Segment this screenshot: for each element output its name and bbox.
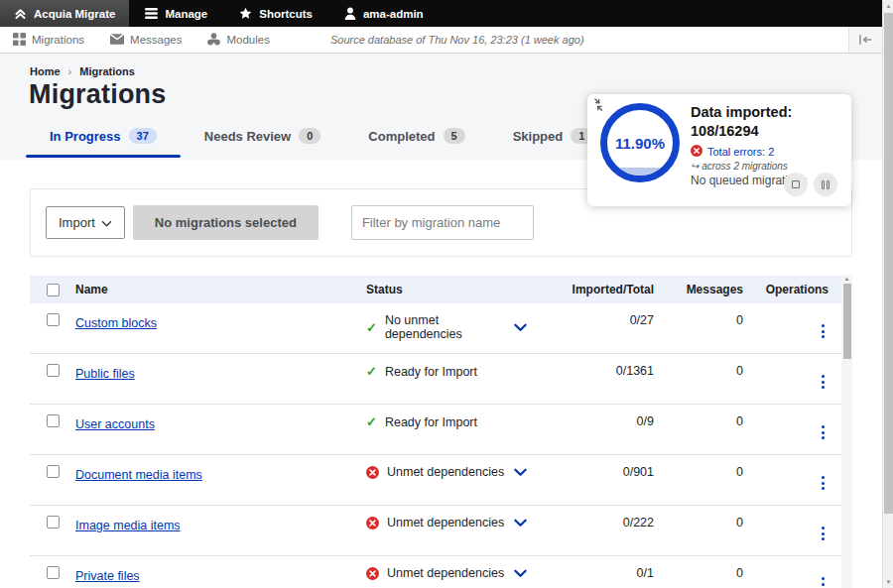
- table-row: Custom blocks✓No unmet dependencies0/270: [30, 303, 852, 354]
- table-scrollbar[interactable]: ▲: [841, 275, 852, 588]
- error-icon: [366, 466, 379, 479]
- double-chevron-up-icon: [14, 7, 27, 20]
- row-checkbox[interactable]: [47, 414, 60, 427]
- grid-icon: [13, 33, 26, 48]
- check-icon: ✓: [366, 320, 377, 335]
- imported-total-value: 0/27: [555, 313, 664, 327]
- breadcrumb-home-link[interactable]: Home: [30, 65, 61, 77]
- row-checkbox[interactable]: [47, 364, 60, 377]
- table-row: Public files✓Ready for Import0/13610: [30, 354, 852, 405]
- page-scrollbar[interactable]: ▲ ▼: [882, 0, 893, 588]
- tab-completed[interactable]: Completed5: [344, 116, 488, 158]
- table-body: Custom blocks✓No unmet dependencies0/270…: [30, 303, 852, 588]
- tab-label: Needs Review: [204, 129, 291, 144]
- header-messages: Messages: [664, 283, 753, 296]
- kebab-menu-icon[interactable]: [818, 322, 829, 340]
- row-checkbox[interactable]: [47, 566, 60, 579]
- chevron-down-icon[interactable]: [514, 569, 527, 578]
- page-scrollbar-thumb[interactable]: [884, 13, 893, 514]
- collapse-card-icon[interactable]: [593, 98, 608, 117]
- scroll-up-arrow-icon[interactable]: ▲: [883, 3, 893, 9]
- pause-import-button[interactable]: [814, 173, 837, 196]
- stop-import-button[interactable]: [784, 173, 808, 196]
- table-scrollbar-thumb[interactable]: [843, 284, 851, 359]
- table-row: Private filesUnmet dependencies0/10: [30, 556, 852, 588]
- select-all-checkbox[interactable]: [47, 284, 60, 296]
- toolbar-item-label: Messages: [130, 34, 182, 46]
- migration-name-link[interactable]: Public files: [75, 367, 135, 381]
- hamburger-icon: [145, 8, 158, 19]
- menu-shortcuts[interactable]: Shortcuts: [223, 0, 328, 27]
- error-icon: [366, 567, 379, 580]
- tab-in-progress[interactable]: In Progress37: [26, 116, 181, 158]
- header-status: Status: [366, 283, 555, 296]
- menu-manage[interactable]: Manage: [129, 0, 223, 27]
- table-row: Image media itemsUnmet dependencies0/222…: [30, 506, 852, 556]
- source-database-note: Source database of Thu Nov 16, 23:23 (1 …: [330, 34, 584, 46]
- tab-needs-review[interactable]: Needs Review0: [181, 116, 345, 158]
- table-header-row: Name Status Imported/Total Messages Oper…: [30, 276, 852, 303]
- kebab-menu-icon[interactable]: [818, 525, 829, 542]
- star-icon: [239, 7, 252, 20]
- chevron-down-icon[interactable]: [514, 323, 527, 332]
- error-icon: [366, 517, 379, 529]
- messages-count: 0: [664, 313, 753, 327]
- module-toolbar: Migrations Messages Modules Source datab…: [0, 27, 882, 54]
- migration-filter-input[interactable]: [351, 205, 534, 240]
- tab-label: Skipped: [513, 129, 564, 144]
- imported-total-value: 0/1: [555, 566, 664, 580]
- total-errors-line[interactable]: Total errors: 2: [691, 145, 845, 159]
- toolbar-item-label: Modules: [226, 34, 269, 46]
- migration-name-link[interactable]: Custom blocks: [75, 316, 157, 330]
- chevron-down-icon: [101, 215, 112, 230]
- migration-name-link[interactable]: Document media items: [75, 468, 202, 482]
- menu-user[interactable]: ama-admin: [328, 0, 440, 27]
- status-text: No unmet dependencies: [385, 313, 506, 341]
- scroll-up-arrow-icon[interactable]: ▲: [841, 276, 852, 282]
- imported-total-value: 0/222: [555, 516, 664, 529]
- collapse-toolbar-button[interactable]: [848, 27, 882, 53]
- progress-ring: 11.90%: [600, 103, 680, 182]
- stop-icon: [792, 180, 800, 188]
- tab-count-badge: 37: [129, 128, 157, 144]
- kebab-menu-icon[interactable]: [818, 474, 829, 492]
- row-checkbox[interactable]: [47, 465, 60, 478]
- tab-label: In Progress: [50, 129, 121, 144]
- chevron-down-icon[interactable]: [514, 519, 527, 528]
- migration-name-link[interactable]: Image media items: [75, 519, 181, 532]
- breadcrumb-current: Migrations: [79, 65, 135, 77]
- toolbar-item-modules[interactable]: Modules: [194, 27, 282, 53]
- acquia-migrate-brand[interactable]: Acquia Migrate: [0, 0, 129, 27]
- kebab-menu-icon[interactable]: [818, 423, 829, 441]
- modules-icon: [207, 33, 220, 48]
- tab-count-badge: 0: [299, 128, 320, 144]
- tab-label: Completed: [368, 129, 435, 144]
- kebab-menu-icon[interactable]: [818, 575, 829, 588]
- toolbar-item-migrations[interactable]: Migrations: [0, 27, 97, 53]
- migration-name-link[interactable]: User accounts: [75, 417, 155, 431]
- scroll-down-arrow-icon[interactable]: ▼: [883, 579, 893, 585]
- row-checkbox[interactable]: [47, 313, 60, 326]
- acquia-migrate-app: Acquia Migrate Manage Shortcuts ama-admi…: [0, 0, 893, 588]
- menu-label: Shortcuts: [259, 8, 313, 20]
- import-dropdown-button[interactable]: Import: [46, 206, 125, 239]
- check-icon: ✓: [366, 414, 377, 429]
- migration-name-link[interactable]: Private files: [75, 569, 140, 583]
- progress-percent: 11.90%: [615, 135, 665, 152]
- toolbar-item-messages[interactable]: Messages: [97, 27, 194, 53]
- admin-topbar: Acquia Migrate Manage Shortcuts ama-admi…: [0, 0, 882, 27]
- progress-ring-fill: [607, 168, 673, 176]
- progress-card-actions: [784, 173, 837, 196]
- table-row: Document media itemsUnmet dependencies0/…: [30, 455, 852, 506]
- total-errors-link[interactable]: Total errors: 2: [707, 146, 774, 158]
- chevron-down-icon[interactable]: [514, 468, 527, 477]
- no-migrations-selected-button: No migrations selected: [133, 205, 319, 240]
- menu-label: ama-admin: [363, 8, 424, 20]
- messages-count: 0: [664, 465, 753, 479]
- imported-total-value: 0/1361: [555, 364, 664, 378]
- data-imported-label: Data imported:: [691, 103, 845, 122]
- status-text: Unmet dependencies: [387, 516, 504, 529]
- kebab-menu-icon[interactable]: [818, 373, 829, 391]
- header-imported-total: Imported/Total: [555, 283, 664, 296]
- row-checkbox[interactable]: [47, 516, 60, 529]
